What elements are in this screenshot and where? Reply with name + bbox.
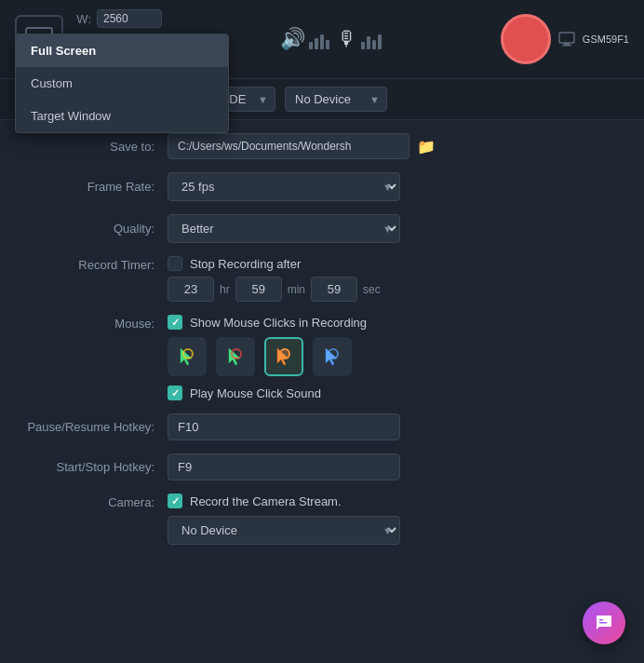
cursor-option-3[interactable] [264,337,303,376]
camera-device-wrapper[interactable]: No Device ▼ [168,516,400,545]
monitor-icon [558,32,575,47]
camera-device-select[interactable]: No Device [168,516,400,545]
timer-sec-unit: sec [363,283,381,296]
cursor-option-1[interactable] [168,337,207,376]
folder-button[interactable]: 📁 [417,138,436,156]
cursor-options [168,337,367,376]
pause-hotkey-input[interactable] [168,413,400,440]
frame-rate-row: Frame Rate: 25 fps 30 fps 60 fps ▼ [19,172,625,201]
svg-rect-10 [599,619,603,621]
frame-rate-wrapper[interactable]: 25 fps 30 fps 60 fps ▼ [168,172,400,201]
cursor-icon-4 [320,345,344,369]
play-mouse-sound-label: Play Mouse Click Sound [190,386,321,400]
rec-inner [513,26,539,52]
menu-item-targetwindow[interactable]: Target Window [16,100,228,132]
width-input[interactable] [97,9,162,28]
record-button[interactable] [501,14,551,64]
speaker-icon: 🔊 [280,27,305,51]
record-timer-label: Record Timer: [19,256,168,272]
show-mouse-clicks-row: ✓ Show Mouse Clicks in Recording [168,315,367,330]
mic-icon: 🎙 [337,27,357,51]
quality-label: Quality: [19,222,168,236]
start-stop-hotkey-label: Start/Stop Hotkey: [19,460,168,474]
w-label: W: [74,12,91,26]
record-camera-row: ✓ Record the Camera Stream. [168,494,400,508]
timer-hr-input[interactable] [168,277,214,302]
mouse-label: Mouse: [19,315,168,331]
timer-min-input[interactable] [235,277,282,302]
device-dropdown[interactable]: No Device [285,87,387,112]
record-timer-block: Stop Recording after hr min sec [168,256,381,302]
svg-rect-4 [564,43,570,45]
speaker-bars [309,29,329,49]
cursor-option-4[interactable] [313,337,352,376]
pause-hotkey-label: Pause/Resume Hotkey: [19,420,168,434]
quality-select[interactable]: Better Best Good [168,214,400,243]
mic-bars [361,29,382,49]
chat-icon [593,612,615,634]
record-camera-label: Record the Camera Stream. [190,494,342,508]
start-stop-hotkey-input[interactable] [168,453,400,480]
save-path-input[interactable] [168,133,409,159]
cursor-icon-1 [175,345,199,369]
stop-recording-checkbox[interactable] [168,256,182,271]
save-label: Save to: [19,140,168,154]
camera-row: Camera: ✓ Record the Camera Stream. No D… [19,494,625,545]
timer-sec-input[interactable] [311,277,357,302]
svg-rect-3 [559,33,574,43]
timer-inputs: hr min sec [168,277,381,302]
pause-hotkey-row: Pause/Resume Hotkey: [19,413,625,440]
device-dropdown-wrapper[interactable]: No Device ▼ [285,87,387,112]
mouse-block: ✓ Show Mouse Clicks in Recording [168,315,367,400]
camera-label: Camera: [19,494,168,509]
checkmark-2: ✓ [171,387,180,399]
svg-rect-11 [599,622,607,624]
speaker-group: 🔊 [280,27,329,51]
checkmark: ✓ [171,317,180,329]
start-stop-hotkey-row: Start/Stop Hotkey: [19,453,625,480]
menu-item-fullscreen[interactable]: Full Screen [16,34,228,67]
svg-point-8 [280,349,289,359]
camera-block: ✓ Record the Camera Stream. No Device ▼ [168,494,400,545]
screen-dropdown-menu: Full Screen Custom Target Window [15,34,229,133]
play-mouse-sound-row: ✓ Play Mouse Click Sound [168,386,367,400]
path-row: 📁 [168,133,436,159]
timer-min-unit: min [288,283,305,296]
timer-hr-unit: hr [220,283,230,296]
stop-recording-row: Stop Recording after [168,256,381,271]
mouse-row: Mouse: ✓ Show Mouse Clicks in Recording [19,315,625,400]
svg-rect-5 [562,45,571,47]
main-content: Save to: 📁 Frame Rate: 25 fps 30 fps 60 … [0,120,644,571]
cursor-option-2[interactable] [216,337,255,376]
save-path-row: Save to: 📁 [19,133,625,159]
frame-rate-select[interactable]: 25 fps 30 fps 60 fps [168,172,400,201]
chat-fab[interactable] [583,602,625,644]
play-mouse-sound-checkbox[interactable]: ✓ [168,386,182,400]
monitor-label: GSM59F1 [583,34,629,45]
quality-row: Quality: Better Best Good ▼ [19,214,625,243]
menu-item-custom[interactable]: Custom [16,67,228,100]
show-mouse-clicks-checkbox[interactable]: ✓ [168,315,182,330]
cursor-icon-2 [223,345,248,369]
mic-group: 🎙 [337,27,382,51]
stop-recording-label: Stop Recording after [190,257,301,271]
cursor-icon-3 [272,345,296,369]
frame-rate-label: Frame Rate: [19,180,168,194]
show-mouse-clicks-label: Show Mouse Clicks in Recording [190,316,367,330]
record-timer-row: Record Timer: Stop Recording after hr mi… [19,256,625,302]
quality-wrapper[interactable]: Better Best Good ▼ [168,214,400,243]
record-camera-checkbox[interactable]: ✓ [168,494,182,508]
checkmark-3: ✓ [171,495,180,507]
